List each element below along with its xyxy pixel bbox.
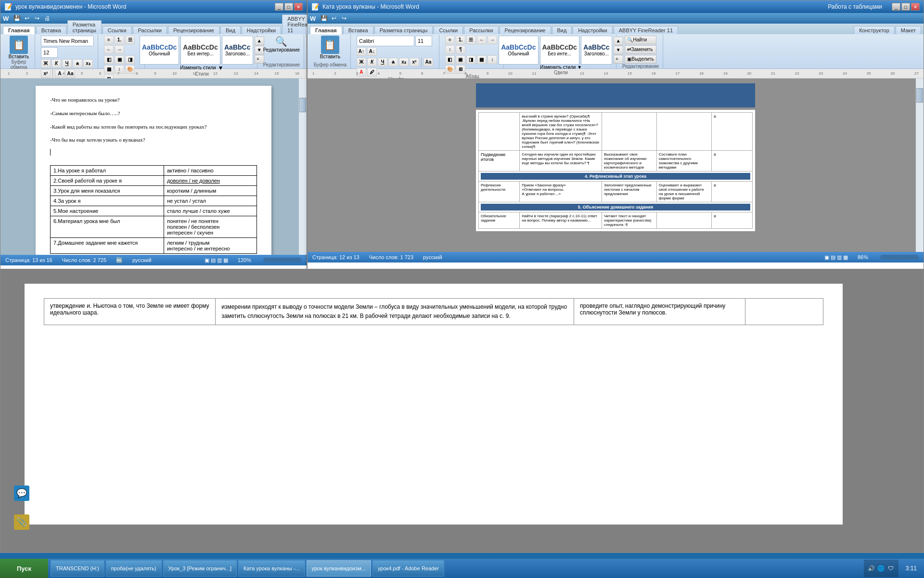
minimize-btn-1[interactable]: _ bbox=[275, 3, 283, 11]
zoom-slider-2[interactable] bbox=[880, 255, 919, 260]
tab-view-2[interactable]: Вид bbox=[552, 26, 572, 34]
tab-home-1[interactable]: Главная bbox=[3, 26, 35, 34]
tab-abbyy-2[interactable]: ABBYY FineReader 11 bbox=[614, 26, 678, 34]
strikethrough-btn-2[interactable]: а bbox=[388, 58, 398, 66]
grow-font-2[interactable]: A↑ bbox=[357, 47, 366, 56]
style-no-spacing-1[interactable]: AaBbCcDc Без интер... bbox=[180, 36, 220, 65]
bullets-btn-1[interactable]: ≡ bbox=[104, 36, 114, 44]
italic-btn-1[interactable]: К bbox=[51, 59, 61, 68]
tab-mailings-1[interactable]: Рассылки bbox=[133, 26, 167, 34]
underline-btn-1[interactable]: Ч bbox=[62, 59, 72, 68]
sup-btn-2[interactable]: х² bbox=[410, 58, 419, 66]
undo-btn-2[interactable]: ↩ bbox=[330, 14, 338, 23]
paste-btn-1[interactable]: 📋 Вставить bbox=[9, 36, 29, 59]
decrease-indent-1[interactable]: ← bbox=[104, 45, 114, 54]
desktop-icon-paperclip[interactable]: 📎 bbox=[7, 514, 36, 530]
underline-btn-2[interactable]: Ч bbox=[378, 58, 387, 66]
tab-layout-1[interactable]: Разметка страницы bbox=[67, 20, 102, 34]
clear-format-2[interactable]: Аа bbox=[424, 58, 433, 66]
taskbar-item-0[interactable]: TRANSCEND (H:) bbox=[51, 560, 104, 577]
tab-layout-2[interactable]: Разметка страницы bbox=[374, 26, 433, 34]
scrollbar-thumb-2[interactable] bbox=[916, 88, 923, 103]
bold-btn-1[interactable]: Ж bbox=[41, 59, 51, 68]
taskbar-item-4[interactable]: урок вулканвидоизм... bbox=[307, 560, 371, 577]
tab-refs-2[interactable]: Ссылки bbox=[434, 26, 463, 34]
close-btn-2[interactable]: ✕ bbox=[911, 3, 920, 11]
taskbar-item-1[interactable]: проба(не удалять) bbox=[106, 560, 162, 577]
sub-btn-1[interactable]: х₂ bbox=[83, 59, 93, 68]
taskbar-item-5[interactable]: урок4.pdf - Adobe Reader bbox=[372, 560, 444, 577]
tab-insert-2[interactable]: Вставка bbox=[343, 26, 373, 34]
start-button[interactable]: Пуск bbox=[0, 559, 48, 578]
line-spacing-2[interactable]: ↕ bbox=[488, 55, 497, 64]
strikethrough-btn-1[interactable]: а bbox=[73, 59, 82, 68]
desktop-icon-chat[interactable]: 💬 bbox=[7, 486, 36, 501]
bullets-btn-2[interactable]: ≡ bbox=[445, 36, 455, 44]
maximize-btn-1[interactable]: □ bbox=[284, 3, 293, 11]
font-size-2[interactable]: 11 bbox=[415, 36, 432, 46]
editing-btn-1[interactable]: 🔍 Редактирование bbox=[263, 36, 300, 53]
increase-indent-2[interactable]: → bbox=[488, 36, 497, 44]
change-styles-btn-2[interactable]: Изменить стили ▼ bbox=[540, 65, 582, 70]
font-size-1[interactable]: 12 bbox=[41, 47, 58, 58]
find-btn-2[interactable]: 🔍 Найти bbox=[625, 36, 656, 44]
align-center-1[interactable]: ▣ bbox=[115, 55, 124, 64]
align-right-1[interactable]: ◨ bbox=[125, 55, 135, 64]
tab-mailings-2[interactable]: Рассылки bbox=[464, 26, 498, 34]
numbering-btn-2[interactable]: 1. bbox=[456, 36, 465, 44]
save-btn-1[interactable]: 💾 bbox=[13, 14, 21, 23]
tab-refs-1[interactable]: Ссылки bbox=[103, 26, 132, 34]
paste-btn-2[interactable]: 📋 Вставить bbox=[320, 36, 340, 59]
select-btn-2[interactable]: ▣ Выделить bbox=[625, 55, 656, 64]
tab-review-2[interactable]: Рецензирование bbox=[500, 26, 551, 34]
minimize-btn-2[interactable]: _ bbox=[892, 3, 900, 11]
sub-btn-2[interactable]: х₂ bbox=[399, 58, 409, 66]
scrollbar-thumb-1[interactable] bbox=[299, 98, 306, 112]
scrollbar-2[interactable] bbox=[916, 79, 924, 252]
style-normal-2[interactable]: AaBbCcDc Обычный bbox=[499, 36, 538, 65]
taskbar-item-2[interactable]: Урок_3 [Режим огранич...] bbox=[163, 560, 237, 577]
tab-constructor[interactable]: Конструктор bbox=[854, 26, 895, 34]
taskbar-item-3[interactable]: Ката урока вулканы -... bbox=[238, 560, 305, 577]
multilevel-btn-2[interactable]: ☰ bbox=[466, 36, 476, 44]
style-normal-1[interactable]: AaBbCcDc Обычный bbox=[140, 36, 179, 65]
tab-home-2[interactable]: Главная bbox=[310, 26, 342, 34]
tab-maket[interactable]: Макет bbox=[896, 26, 921, 34]
increase-indent-1[interactable]: → bbox=[115, 45, 124, 54]
show-para-2[interactable]: ¶ bbox=[456, 45, 465, 54]
tab-review-1[interactable]: Рецензирование bbox=[168, 26, 219, 34]
align-left-1[interactable]: ◧ bbox=[104, 55, 114, 64]
zoom-slider-1[interactable] bbox=[263, 258, 302, 263]
align-right-2[interactable]: ◨ bbox=[466, 55, 476, 64]
close-btn-1[interactable]: ✕ bbox=[294, 3, 303, 11]
replace-btn-2[interactable]: ⇄ Заменить bbox=[625, 45, 656, 54]
style-heading-2[interactable]: AaBbCc Заголово... bbox=[581, 36, 612, 65]
tab-addins-2[interactable]: Надстройки bbox=[573, 26, 612, 34]
maximize-btn-2[interactable]: □ bbox=[901, 3, 910, 11]
scrollbar-1[interactable] bbox=[299, 79, 307, 255]
sort-btn-2[interactable]: ↕ bbox=[445, 45, 455, 54]
row3-options: коротким / длинным bbox=[164, 185, 257, 196]
align-left-2[interactable]: ◧ bbox=[445, 55, 455, 64]
redo-btn-1[interactable]: ↪ bbox=[33, 14, 41, 23]
change-styles-btn-1[interactable]: Изменить стили ▼ bbox=[180, 65, 223, 71]
redo-btn-2[interactable]: ↪ bbox=[340, 14, 348, 23]
undo-btn-1[interactable]: ↩ bbox=[23, 14, 31, 23]
font-name-1[interactable]: Times New Roman bbox=[41, 36, 94, 46]
shrink-font-2[interactable]: A↓ bbox=[367, 47, 377, 56]
tab-view-1[interactable]: Вид bbox=[220, 26, 241, 34]
save-btn-2[interactable]: 💾 bbox=[320, 14, 328, 23]
multilevel-btn-1[interactable]: ☰ bbox=[125, 36, 135, 44]
style-no-spacing-2[interactable]: AaBbCcDc Без инте... bbox=[540, 36, 579, 65]
tab-addins-1[interactable]: Надстройки bbox=[242, 26, 281, 34]
numbering-btn-1[interactable]: 1. bbox=[115, 36, 124, 44]
italic-btn-2[interactable]: К bbox=[367, 58, 377, 66]
align-center-2[interactable]: ▣ bbox=[456, 55, 465, 64]
style-heading-1[interactable]: AaBbCc Заголово... bbox=[222, 36, 253, 65]
print-btn-1[interactable]: 🖨 bbox=[43, 14, 51, 23]
font-name-2[interactable]: Calibri bbox=[357, 36, 414, 46]
tab-insert-1[interactable]: Вставка bbox=[36, 26, 66, 34]
decrease-indent-2[interactable]: ← bbox=[477, 36, 487, 44]
justify-2[interactable]: ▦ bbox=[477, 55, 487, 64]
bold-btn-2[interactable]: Ж bbox=[357, 58, 366, 66]
